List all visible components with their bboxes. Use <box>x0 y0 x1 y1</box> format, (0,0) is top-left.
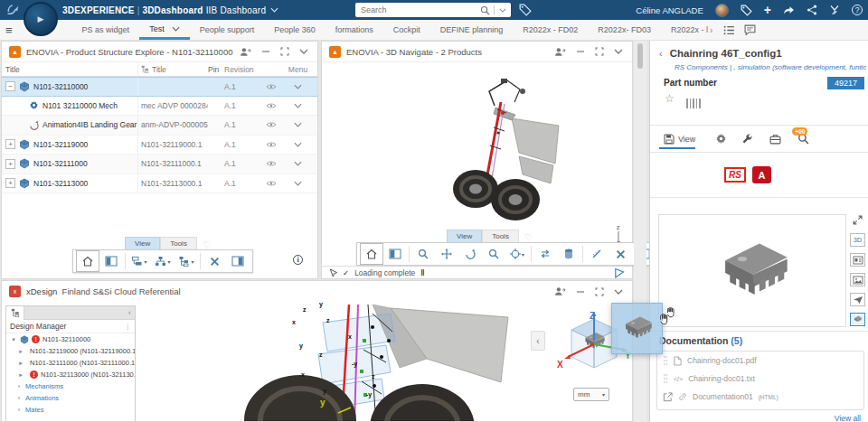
home-view-button[interactable] <box>360 243 383 265</box>
view-all-link[interactable]: View all <box>835 414 861 422</box>
minimize-icon[interactable] <box>576 287 585 296</box>
table-row[interactable]: Animation4IB Landing Gear anm-ADVP-00000… <box>2 116 317 136</box>
units-dropdown[interactable]: mm▾ <box>573 388 609 401</box>
tab-people-support[interactable]: People support <box>190 20 265 40</box>
info-icon[interactable]: i <box>293 255 303 265</box>
favorite-heart-icon[interactable]: ♡ <box>524 232 533 242</box>
minimize-icon[interactable] <box>261 47 270 56</box>
favorite-heart-icon[interactable]: ♡ <box>203 239 211 249</box>
tree-horizontal-button[interactable]: ▾ <box>175 250 198 272</box>
zoom-button[interactable] <box>411 243 435 265</box>
maximize-icon[interactable] <box>595 47 604 56</box>
help-icon[interactable]: ? <box>852 5 863 15</box>
3dswym-icon[interactable] <box>829 5 840 15</box>
tab-list-icon[interactable] <box>723 25 735 35</box>
external-link-icon[interactable] <box>663 392 673 402</box>
tab-r2022x-fd02[interactable]: R2022x - FD02 <box>513 20 588 40</box>
close-tool-button[interactable] <box>609 243 632 265</box>
rs-components-logo[interactable]: RS <box>724 167 746 183</box>
row-menu-chevron-icon[interactable] <box>294 103 302 108</box>
add-icon[interactable]: + <box>764 5 771 14</box>
vertical-scrollbar-track[interactable] <box>634 41 646 422</box>
col-title[interactable]: Title <box>2 65 137 74</box>
chip-symbol-button[interactable] <box>850 313 865 326</box>
tab-tools-wrench-icon[interactable] <box>741 133 753 145</box>
row-expand-toggle[interactable]: + <box>5 139 15 149</box>
drag-grip-icon[interactable] <box>663 355 668 366</box>
row-menu-chevron-icon[interactable] <box>294 122 302 127</box>
iso-view-button[interactable]: ▾ <box>505 243 529 265</box>
tab-people-360[interactable]: People 360 <box>264 20 326 40</box>
tree-item[interactable]: ▸ N101-32111000 (N101-32111000.1) <box>6 357 135 369</box>
tab-settings-gear-icon[interactable] <box>715 133 727 145</box>
dashboard-name[interactable]: IIB Dashboard <box>206 5 267 15</box>
tab-cockpit[interactable]: Cockpit <box>383 20 430 40</box>
favorite-star-icon[interactable]: ☆ <box>665 92 675 105</box>
row-menu-chevron-icon[interactable] <box>294 181 302 186</box>
tab-test[interactable]: Test <box>139 20 190 40</box>
col-revision[interactable]: Revision <box>224 65 259 74</box>
doc-item-txt[interactable]: </> Chainring-doc01.txt <box>657 370 863 388</box>
tree-expanded-icon[interactable]: ▾ <box>10 336 17 343</box>
tab-search[interactable]: +00 <box>797 133 809 145</box>
tree-collapsed-icon[interactable]: ▸ <box>17 348 24 355</box>
send-part-button[interactable] <box>850 293 865 306</box>
panel-menu-chevron-icon[interactable] <box>614 49 623 54</box>
share-user-icon[interactable] <box>240 47 251 57</box>
nav-tools-tab[interactable]: Tools <box>482 230 519 242</box>
doc-item-html[interactable]: Documentation01 (HTML) <box>657 388 863 406</box>
row-expand-toggle[interactable]: + <box>5 159 15 169</box>
panel-menu-chevron-icon[interactable] <box>299 49 308 54</box>
share-user-icon[interactable] <box>554 47 566 57</box>
collapse-sidebar-button[interactable]: ‹ <box>531 331 545 351</box>
landing-gear-3d-model[interactable] <box>421 73 593 227</box>
tab-briefcase-icon[interactable] <box>769 134 781 145</box>
col-menu[interactable]: Menu <box>284 65 312 74</box>
tree-vertical-button[interactable]: ▾ <box>151 250 175 272</box>
swap-products-button[interactable] <box>533 243 557 265</box>
tab-ps-as-widget[interactable]: PS as widget <box>72 20 140 40</box>
table-row[interactable]: −N101-32110000 A.1 <box>2 77 317 97</box>
close-tool-button[interactable] <box>203 250 226 272</box>
eye-icon[interactable] <box>266 83 277 90</box>
panel-menu-chevron-icon[interactable] <box>614 289 623 295</box>
collapse-tree-icon[interactable]: ‹ <box>128 308 131 317</box>
tab-define-planning[interactable]: DEFINE planning <box>430 20 514 40</box>
eye-icon[interactable] <box>266 121 277 128</box>
datasheet-card-button[interactable] <box>850 253 865 267</box>
flag-play-icon[interactable] <box>614 267 625 278</box>
table-row[interactable]: +N101-32119000 N101-32119000.1 A.1 <box>2 136 317 155</box>
tree-collapsed-icon[interactable]: ▸ <box>17 371 24 379</box>
dashboard-chevron-icon[interactable] <box>270 7 278 13</box>
eye-icon[interactable] <box>266 180 277 187</box>
part-3d-viewer[interactable] <box>658 214 846 327</box>
panel-layout-button[interactable] <box>383 243 407 265</box>
search-bar[interactable] <box>355 3 511 17</box>
row-menu-chevron-icon[interactable] <box>294 161 302 166</box>
tree-item[interactable]: ▸ ! N101-32113000 (N101-321130... <box>6 369 135 380</box>
eye-icon[interactable] <box>266 141 277 148</box>
doc-item-pdf[interactable]: Chainring-doc01.pdf <box>657 352 863 370</box>
part-subtitle[interactable]: RS Components | , simulation (software d… <box>675 63 866 71</box>
allied-logo[interactable]: A <box>752 166 771 183</box>
tab-r2022x-overflow[interactable]: R2022x - l <box>661 20 710 40</box>
drag-ghost-chip[interactable] <box>611 303 663 354</box>
3dcompass-app-logo[interactable]: ▶ <box>24 2 58 36</box>
measure-button[interactable] <box>585 243 609 265</box>
search-tag-icon[interactable] <box>519 4 532 16</box>
share-icon[interactable] <box>783 5 795 15</box>
share-network-icon[interactable] <box>807 5 817 15</box>
3d-view-button[interactable]: 3D <box>850 233 865 247</box>
tree-item[interactable]: ▾ ! N101-32110000 <box>6 333 135 345</box>
user-name[interactable]: Céline ANGLADE <box>636 5 703 15</box>
minimize-icon[interactable] <box>576 47 585 56</box>
database-button[interactable] <box>557 243 580 265</box>
search-icon[interactable] <box>480 5 490 15</box>
pause-icon[interactable]: ‖ <box>420 268 425 277</box>
share-user-icon[interactable] <box>554 286 566 296</box>
panel-layout-button[interactable] <box>99 250 123 272</box>
nav-view-tab[interactable]: View <box>447 230 482 242</box>
pan-button[interactable] <box>435 243 458 265</box>
eye-icon[interactable] <box>266 102 277 109</box>
eye-icon[interactable] <box>266 160 277 167</box>
